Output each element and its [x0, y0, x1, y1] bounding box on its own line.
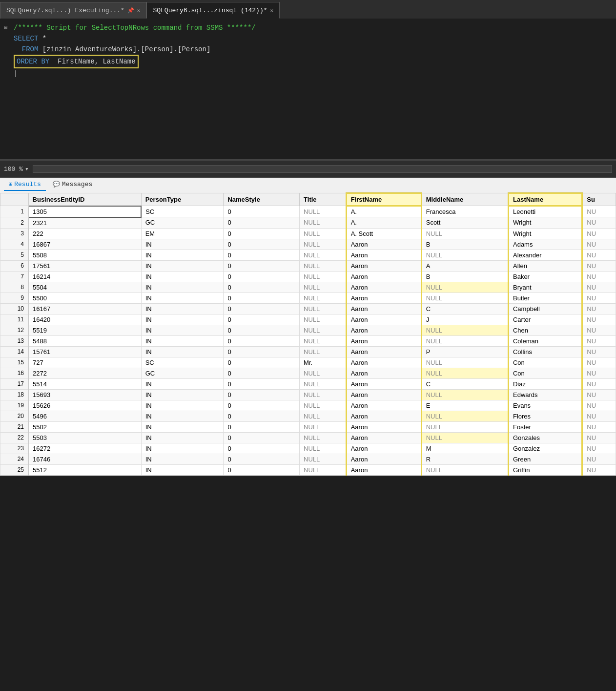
- editor-toolbar: 100 % ▾: [0, 160, 616, 178]
- cell-rownum: 17: [0, 378, 29, 389]
- cell-namestyle: 0: [224, 271, 300, 282]
- cell-persontype: IN: [141, 250, 224, 260]
- col-header-persontype[interactable]: PersonType: [141, 193, 224, 206]
- table-row: 225503IN0NULLAaronNULLGonzalesNU: [0, 432, 616, 443]
- cell-businessentityid: 5500: [28, 293, 141, 303]
- cell-businessentityid: 17561: [28, 260, 141, 271]
- cell-persontype: IN: [141, 378, 224, 389]
- cell-middlename: Francesca: [421, 206, 508, 217]
- messages-icon: 💬: [53, 181, 60, 188]
- table-row: 135488IN0NULLAaronNULLColemanNU: [0, 335, 616, 346]
- cell-businessentityid: 727: [28, 357, 141, 368]
- cell-middlename: NULL: [421, 421, 508, 432]
- cell-lastname: Leonetti: [508, 206, 582, 217]
- col-header-businessentityid[interactable]: BusinessEntityID: [28, 193, 141, 206]
- cell-namestyle: 0: [224, 411, 300, 421]
- cell-namestyle: 0: [224, 228, 300, 239]
- cell-middlename: NULL: [421, 411, 508, 421]
- cell-rownum: 12: [0, 325, 29, 335]
- table-row: 1415761IN0NULLAaronPCollinsNU: [0, 346, 616, 357]
- table-row: 2416746IN0NULLAaronRGreenNU: [0, 454, 616, 464]
- messages-tab-label: Messages: [62, 181, 92, 188]
- cell-persontype: IN: [141, 464, 224, 475]
- cell-rownum: 16: [0, 368, 29, 378]
- cell-rownum: 21: [0, 421, 29, 432]
- cell-rownum: 13: [0, 335, 29, 346]
- cell-middlename: NULL: [421, 368, 508, 378]
- cell-namestyle: 0: [224, 293, 300, 303]
- cell-businessentityid: 5503: [28, 432, 141, 443]
- close-tab7-button[interactable]: ✕: [137, 7, 141, 14]
- col-header-lastname[interactable]: LastName: [508, 193, 582, 206]
- cell-suffix: NU: [582, 411, 616, 421]
- tab-bar: SQLQuery7.sql...) Executing...* 📌 ✕ SQLQ…: [0, 0, 616, 19]
- cell-namestyle: 0: [224, 303, 300, 314]
- col-header-middlename[interactable]: MiddleName: [421, 193, 508, 206]
- cell-suffix: NU: [582, 443, 616, 454]
- cell-title: NULL: [300, 411, 347, 421]
- cell-persontype: SC: [141, 206, 224, 217]
- cell-middlename: M: [421, 443, 508, 454]
- cell-title: NULL: [300, 432, 347, 443]
- tab-query7[interactable]: SQLQuery7.sql...) Executing...* 📌 ✕: [0, 2, 146, 19]
- cell-title: NULL: [300, 271, 347, 282]
- cell-middlename: NULL: [421, 335, 508, 346]
- cell-businessentityid: 1305: [28, 206, 141, 217]
- cell-suffix: NU: [582, 206, 616, 217]
- col-header-suffix[interactable]: Su: [582, 193, 616, 206]
- cell-namestyle: 0: [224, 368, 300, 378]
- cell-firstname: Aaron: [346, 368, 421, 378]
- cell-rownum: 3: [0, 228, 29, 239]
- cell-businessentityid: 5508: [28, 250, 141, 260]
- cell-namestyle: 0: [224, 282, 300, 293]
- cell-businessentityid: 15761: [28, 346, 141, 357]
- tab-messages[interactable]: 💬 Messages: [48, 179, 97, 191]
- cell-persontype: IN: [141, 335, 224, 346]
- col-header-rownum: [0, 193, 29, 206]
- zoom-control: 100 % ▾: [4, 165, 29, 173]
- cell-persontype: GC: [141, 368, 224, 378]
- close-tab6-button[interactable]: ✕: [270, 7, 274, 14]
- cell-firstname: Aaron: [346, 314, 421, 325]
- cell-namestyle: 0: [224, 239, 300, 250]
- cell-persontype: SC: [141, 357, 224, 368]
- cell-persontype: IN: [141, 421, 224, 432]
- zoom-dropdown-icon[interactable]: ▾: [25, 165, 29, 173]
- table-row: 22321GC0NULLA.ScottWrightNU: [0, 217, 616, 229]
- data-table-container[interactable]: BusinessEntityID PersonType NameStyle Ti…: [0, 192, 616, 476]
- cell-namestyle: 0: [224, 421, 300, 432]
- col-header-firstname[interactable]: FirstName: [346, 193, 421, 206]
- cell-middlename: R: [421, 454, 508, 464]
- cell-lastname: Evans: [508, 400, 582, 411]
- col-header-namestyle[interactable]: NameStyle: [224, 193, 300, 206]
- table-body: 11305SC0NULLA.FrancescaLeonettiNU22321GC…: [0, 206, 616, 476]
- cell-title: NULL: [300, 260, 347, 271]
- cell-namestyle: 0: [224, 335, 300, 346]
- cell-rownum: 1: [0, 206, 29, 217]
- cell-firstname: A. Scott: [346, 228, 421, 239]
- cell-middlename: A: [421, 260, 508, 271]
- horizontal-scrollbar[interactable]: [33, 165, 612, 173]
- cell-businessentityid: 5488: [28, 335, 141, 346]
- tab-results[interactable]: ⊞ Results: [4, 179, 46, 191]
- cell-middlename: NULL: [421, 432, 508, 443]
- tab-query6[interactable]: SQLQuery6.sql...zinsql (142))* ✕: [146, 2, 280, 19]
- cell-firstname: Aaron: [346, 421, 421, 432]
- cell-title: NULL: [300, 368, 347, 378]
- cell-middlename: NULL: [421, 389, 508, 400]
- cell-persontype: IN: [141, 389, 224, 400]
- code-keyword-from: FROM: [14, 44, 38, 55]
- cell-firstname: Aaron: [346, 346, 421, 357]
- cell-lastname: Coleman: [508, 335, 582, 346]
- cell-suffix: NU: [582, 346, 616, 357]
- cell-rownum: 15: [0, 357, 29, 368]
- pin-icon[interactable]: 📌: [127, 7, 134, 14]
- col-header-title[interactable]: Title: [300, 193, 347, 206]
- cell-firstname: Aaron: [346, 282, 421, 293]
- cell-title: NULL: [300, 378, 347, 389]
- table-row: 2316272IN0NULLAaronMGonzalezNU: [0, 443, 616, 454]
- cell-middlename: B: [421, 239, 508, 250]
- cell-persontype: IN: [141, 271, 224, 282]
- cell-persontype: IN: [141, 346, 224, 357]
- cell-title: Mr.: [300, 357, 347, 368]
